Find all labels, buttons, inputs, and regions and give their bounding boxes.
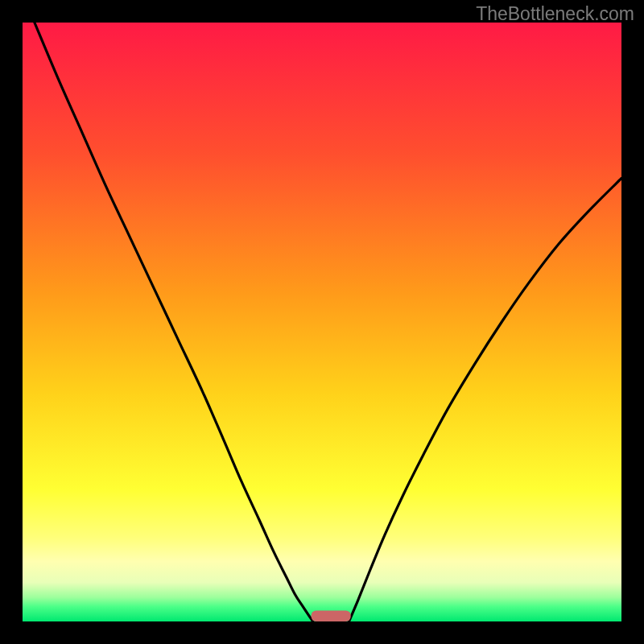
watermark-text: TheBottleneck.com (476, 3, 634, 25)
chart-frame: TheBottleneck.com (0, 0, 644, 644)
gradient-background (23, 23, 621, 621)
plot-area (23, 23, 621, 621)
plot-svg (23, 23, 621, 621)
bottom-marker (312, 611, 351, 621)
